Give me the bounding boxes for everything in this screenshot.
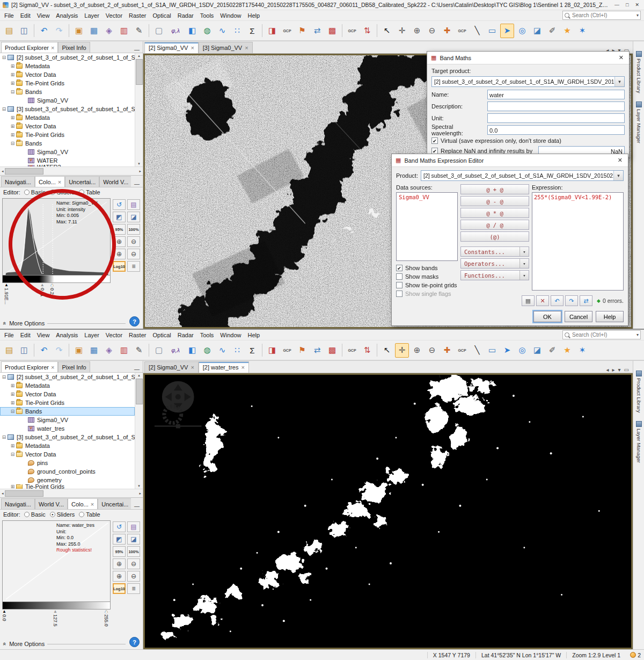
navigation-arrow-icon[interactable]: ➤ — [500, 343, 514, 358]
search-dropdown-icon[interactable]: ▾ — [636, 13, 639, 18]
menu-item[interactable]: File — [1, 331, 17, 339]
target-product-select[interactable]: [2] subset_3_of_subset_2_of_subset_1_of_… — [431, 76, 625, 87]
spatial-subset-icon[interactable]: ▦ — [87, 343, 101, 358]
menu-item[interactable]: Layer — [81, 331, 103, 339]
select-pattern-icon[interactable]: ▦ — [522, 295, 535, 306]
menu-item[interactable]: Layer — [81, 11, 103, 20]
panel-tab[interactable]: World V... × — [99, 176, 131, 187]
virtual-checkbox[interactable]: ✔ — [431, 137, 438, 144]
layer-swap-icon[interactable]: ⇄ — [310, 24, 324, 38]
toolbar-icon[interactable] — [377, 344, 377, 357]
menu-item[interactable]: Edit — [17, 11, 34, 20]
menu-item[interactable]: Raster — [126, 331, 149, 339]
navigation-arrow-icon[interactable]: ➤ — [500, 24, 514, 38]
scrollbar-thumb[interactable] — [136, 59, 143, 85]
tree-expander-icon[interactable]: ⊞ — [10, 132, 16, 137]
profile-plot-icon[interactable]: ∿ — [215, 343, 229, 358]
zoom-out-tool-icon[interactable]: ⊖ — [425, 343, 439, 358]
toolbar-icon[interactable] — [34, 344, 34, 357]
tree-expander-icon[interactable]: ⊟ — [1, 106, 7, 112]
show-option-row[interactable]: Show tie-point grids — [396, 282, 458, 288]
pan-tool-icon[interactable]: ✛ — [395, 24, 409, 38]
minimize-panel-icon[interactable]: — — [131, 503, 143, 509]
tree-expander-icon[interactable]: ⊟ — [1, 55, 7, 60]
palette-icon[interactable]: ▤ — [127, 521, 140, 532]
sync-cursor-icon[interactable]: ◪ — [530, 24, 544, 38]
menu-item[interactable]: Optical — [149, 331, 174, 339]
zoom-in-tool-icon[interactable]: ⊕ — [410, 343, 424, 358]
document-tab[interactable]: [2] water_tres × — [199, 361, 249, 373]
zoom-in-vertical-icon[interactable]: ⊕ — [113, 559, 126, 569]
tree-item[interactable]: ⊞ Vector Data — [0, 122, 135, 130]
tree-expander-icon[interactable]: ⊞ — [10, 400, 16, 405]
reset-icon[interactable]: ↺ — [113, 521, 126, 532]
tree-item[interactable]: ⊞ Vector Data — [0, 70, 135, 79]
show-option-checkbox[interactable]: ✔ — [396, 265, 402, 271]
panel-tab[interactable]: Uncertai... × — [65, 176, 99, 187]
zoom-out-horizontal-icon[interactable]: ⊖ — [127, 571, 140, 582]
distribute-evenly-icon[interactable]: ≡ — [127, 261, 140, 272]
toolbar-icon[interactable] — [262, 344, 262, 357]
menu-item[interactable]: Raster — [126, 11, 149, 20]
stretch-95-button[interactable]: 95% — [113, 546, 126, 557]
histogram[interactable]: Name: Sigma0_VVUnit: intensityMin: 0.005… — [2, 198, 111, 275]
menu-item[interactable]: Tools — [197, 11, 217, 20]
menu-item[interactable]: Window — [217, 11, 244, 20]
zoom-in-horizontal-icon[interactable]: ⊕ — [113, 249, 126, 259]
minimize-panel-icon[interactable]: — — [131, 181, 143, 187]
menu-item[interactable]: Help — [244, 331, 263, 339]
dialog-button[interactable]: OK — [533, 311, 561, 322]
scroll-tabs-left-icon[interactable]: ◂ — [606, 367, 609, 373]
import-vector-icon[interactable]: ▥ — [117, 24, 131, 38]
zoom-out-vertical-icon[interactable]: ⊖ — [127, 236, 140, 247]
scrollbar-thumb[interactable] — [5, 490, 43, 497]
zoom-out-tool-icon[interactable]: ⊖ — [425, 24, 439, 38]
save-product-icon[interactable]: ◫ — [17, 343, 31, 358]
toolbar-icon[interactable] — [69, 344, 69, 357]
panel-tab[interactable]: Colo... × — [35, 176, 65, 187]
help-button[interactable]: ? — [129, 316, 140, 327]
redo-expression-icon[interactable]: ↷ — [565, 295, 578, 306]
water-mask-image-view[interactable] — [143, 373, 633, 649]
expression-textarea[interactable]: 255*(Sigma0_VV<1.99E-2) — [532, 192, 624, 291]
open-product-icon[interactable]: ▤ — [2, 24, 16, 38]
help-button[interactable]: ? — [129, 637, 140, 647]
slider-handle-icon[interactable]: ▲ — [104, 610, 108, 614]
select-tool-icon[interactable]: ↖ — [380, 343, 394, 358]
trash-icon[interactable]: ✕ — [536, 295, 549, 306]
gcp-geocoding-icon[interactable]: GCP — [345, 24, 359, 38]
dialog-button[interactable]: Cancel — [565, 311, 592, 322]
insert-combo-button[interactable]: Operators... ▾ — [460, 258, 529, 269]
gcp-geocoding-icon[interactable]: GCP — [345, 343, 359, 358]
editor-mode-radio[interactable]: Table — [79, 189, 100, 195]
export-palette-icon[interactable]: ◪ — [127, 534, 140, 545]
close-icon[interactable]: × — [245, 45, 248, 51]
tree-item[interactable]: ⊞ Tie-Point Grids — [0, 398, 135, 407]
undo-icon[interactable]: ↶ — [37, 24, 51, 38]
tree-item[interactable]: ⊞ Metadata — [0, 441, 135, 450]
menu-item[interactable]: Edit — [17, 331, 34, 339]
gcp-insert-icon[interactable]: GCP — [455, 343, 469, 358]
close-icon[interactable]: × — [191, 364, 194, 371]
grid-overlay-icon[interactable]: ▩ — [325, 24, 339, 38]
document-tab[interactable]: [2] Sigma0_VV × — [144, 42, 199, 53]
attach-geocoding-icon[interactable]: ⇅ — [360, 24, 374, 38]
search-dropdown-icon[interactable]: ▾ — [636, 332, 639, 337]
editor-mode-radio[interactable]: ● Sliders — [50, 189, 75, 195]
line-tool-icon[interactable]: ╲ — [470, 343, 484, 358]
close-icon[interactable]: × — [191, 45, 194, 51]
scroll-down-icon[interactable]: ▾ — [138, 484, 140, 488]
pin-insert-icon[interactable]: ✚ — [440, 343, 454, 358]
toolbar-icon[interactable] — [69, 24, 69, 37]
zoom-out-horizontal-icon[interactable]: ⊖ — [127, 249, 140, 259]
spatial-subset-icon[interactable]: ▦ — [87, 24, 101, 38]
tree-item[interactable]: ⊞ Metadata — [0, 113, 135, 122]
menu-item[interactable]: Help — [244, 11, 263, 20]
draw-pencil-icon[interactable]: ✎ — [132, 343, 146, 358]
text-input[interactable] — [487, 113, 625, 123]
toolbar-icon[interactable] — [377, 24, 377, 37]
horizontal-scrollbar[interactable]: ◂ ▸ — [0, 166, 143, 175]
tree-expander-icon[interactable]: ⊟ — [10, 452, 16, 457]
log10-button[interactable]: Log10 — [113, 261, 126, 272]
tree-expander-icon[interactable]: ⊞ — [10, 124, 16, 129]
